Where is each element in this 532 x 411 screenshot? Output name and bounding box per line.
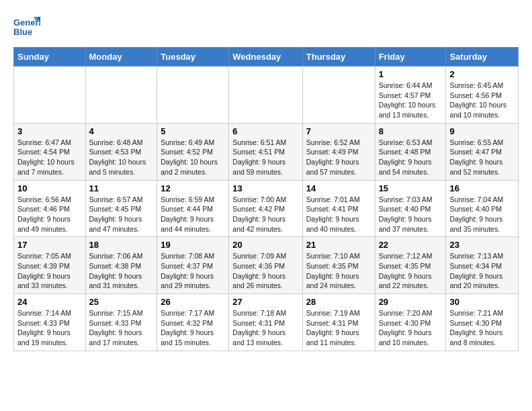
day-cell: 18Sunrise: 7:06 AM Sunset: 4:38 PM Dayli… — [85, 237, 157, 294]
day-cell: 6Sunrise: 6:51 AM Sunset: 4:51 PM Daylig… — [229, 123, 302, 180]
day-info: Sunrise: 6:57 AM Sunset: 4:45 PM Dayligh… — [89, 195, 154, 234]
day-info: Sunrise: 6:59 AM Sunset: 4:44 PM Dayligh… — [161, 195, 225, 234]
day-number: 4 — [89, 126, 154, 136]
calendar-body: 1Sunrise: 6:44 AM Sunset: 4:57 PM Daylig… — [14, 66, 519, 351]
day-info: Sunrise: 6:48 AM Sunset: 4:53 PM Dayligh… — [89, 138, 154, 177]
day-cell: 3Sunrise: 6:47 AM Sunset: 4:54 PM Daylig… — [14, 123, 86, 180]
day-cell: 12Sunrise: 6:59 AM Sunset: 4:44 PM Dayli… — [157, 180, 229, 237]
day-cell: 24Sunrise: 7:14 AM Sunset: 4:33 PM Dayli… — [14, 294, 86, 351]
week-row-5: 24Sunrise: 7:14 AM Sunset: 4:33 PM Dayli… — [14, 294, 519, 351]
day-number: 17 — [17, 240, 82, 250]
day-number: 23 — [449, 240, 515, 250]
day-info: Sunrise: 7:00 AM Sunset: 4:42 PM Dayligh… — [232, 195, 298, 234]
day-cell: 5Sunrise: 6:49 AM Sunset: 4:52 PM Daylig… — [157, 123, 229, 180]
day-cell: 20Sunrise: 7:09 AM Sunset: 4:36 PM Dayli… — [229, 237, 302, 294]
day-number: 2 — [449, 69, 515, 79]
logo: General Blue — [13, 13, 43, 40]
day-number: 11 — [89, 183, 154, 193]
header-cell-wednesday: Wednesday — [229, 48, 302, 66]
day-number: 20 — [232, 240, 298, 250]
day-info: Sunrise: 7:21 AM Sunset: 4:30 PM Dayligh… — [449, 308, 515, 348]
day-info: Sunrise: 7:12 AM Sunset: 4:35 PM Dayligh… — [379, 251, 443, 291]
day-number: 21 — [306, 240, 371, 250]
day-info: Sunrise: 7:03 AM Sunset: 4:40 PM Dayligh… — [379, 195, 443, 234]
header-cell-saturday: Saturday — [446, 48, 519, 66]
day-info: Sunrise: 6:47 AM Sunset: 4:54 PM Dayligh… — [17, 138, 82, 177]
header-cell-friday: Friday — [375, 48, 446, 66]
day-cell: 25Sunrise: 7:15 AM Sunset: 4:33 PM Dayli… — [85, 294, 157, 351]
day-cell — [229, 66, 302, 124]
day-cell: 28Sunrise: 7:19 AM Sunset: 4:31 PM Dayli… — [302, 294, 375, 351]
day-number: 25 — [89, 297, 154, 307]
day-number: 12 — [161, 183, 225, 193]
day-cell: 19Sunrise: 7:08 AM Sunset: 4:37 PM Dayli… — [157, 237, 229, 294]
day-cell: 30Sunrise: 7:21 AM Sunset: 4:30 PM Dayli… — [446, 294, 519, 351]
day-info: Sunrise: 6:51 AM Sunset: 4:51 PM Dayligh… — [232, 138, 298, 177]
day-info: Sunrise: 7:08 AM Sunset: 4:37 PM Dayligh… — [161, 251, 225, 291]
day-number: 13 — [232, 183, 298, 193]
day-cell — [85, 66, 157, 124]
day-number: 22 — [379, 240, 443, 250]
day-info: Sunrise: 7:04 AM Sunset: 4:40 PM Dayligh… — [449, 195, 515, 234]
day-info: Sunrise: 7:15 AM Sunset: 4:33 PM Dayligh… — [89, 308, 154, 348]
day-cell: 7Sunrise: 6:52 AM Sunset: 4:49 PM Daylig… — [302, 123, 375, 180]
week-row-1: 1Sunrise: 6:44 AM Sunset: 4:57 PM Daylig… — [14, 66, 519, 124]
week-row-2: 3Sunrise: 6:47 AM Sunset: 4:54 PM Daylig… — [14, 123, 519, 180]
day-cell: 29Sunrise: 7:20 AM Sunset: 4:30 PM Dayli… — [375, 294, 446, 351]
day-number: 19 — [161, 240, 225, 250]
day-cell: 4Sunrise: 6:48 AM Sunset: 4:53 PM Daylig… — [85, 123, 157, 180]
day-cell: 22Sunrise: 7:12 AM Sunset: 4:35 PM Dayli… — [375, 237, 446, 294]
day-number: 30 — [449, 297, 515, 307]
day-info: Sunrise: 6:56 AM Sunset: 4:46 PM Dayligh… — [17, 195, 82, 234]
day-cell: 21Sunrise: 7:10 AM Sunset: 4:35 PM Dayli… — [302, 237, 375, 294]
day-cell: 16Sunrise: 7:04 AM Sunset: 4:40 PM Dayli… — [446, 180, 519, 237]
day-number: 18 — [89, 240, 154, 250]
header-cell-sunday: Sunday — [14, 48, 86, 66]
day-number: 28 — [306, 297, 371, 307]
day-info: Sunrise: 6:44 AM Sunset: 4:57 PM Dayligh… — [379, 81, 443, 120]
day-number: 9 — [449, 126, 515, 136]
header-cell-monday: Monday — [85, 48, 157, 66]
day-cell: 10Sunrise: 6:56 AM Sunset: 4:46 PM Dayli… — [14, 180, 86, 237]
day-info: Sunrise: 6:49 AM Sunset: 4:52 PM Dayligh… — [161, 138, 225, 177]
day-cell: 1Sunrise: 6:44 AM Sunset: 4:57 PM Daylig… — [375, 66, 446, 124]
calendar-header-row: SundayMondayTuesdayWednesdayThursdayFrid… — [14, 48, 519, 66]
day-number: 26 — [161, 297, 225, 307]
day-cell: 14Sunrise: 7:01 AM Sunset: 4:41 PM Dayli… — [302, 180, 375, 237]
day-cell: 17Sunrise: 7:05 AM Sunset: 4:39 PM Dayli… — [14, 237, 86, 294]
week-row-4: 17Sunrise: 7:05 AM Sunset: 4:39 PM Dayli… — [14, 237, 519, 294]
day-cell: 26Sunrise: 7:17 AM Sunset: 4:32 PM Dayli… — [157, 294, 229, 351]
week-row-3: 10Sunrise: 6:56 AM Sunset: 4:46 PM Dayli… — [14, 180, 519, 237]
day-number: 29 — [379, 297, 443, 307]
svg-text:Blue: Blue — [13, 27, 32, 37]
day-info: Sunrise: 7:06 AM Sunset: 4:38 PM Dayligh… — [89, 251, 154, 291]
day-info: Sunrise: 7:19 AM Sunset: 4:31 PM Dayligh… — [306, 308, 371, 348]
day-cell: 2Sunrise: 6:45 AM Sunset: 4:56 PM Daylig… — [446, 66, 519, 124]
day-info: Sunrise: 6:53 AM Sunset: 4:48 PM Dayligh… — [379, 138, 443, 177]
day-info: Sunrise: 7:05 AM Sunset: 4:39 PM Dayligh… — [17, 251, 82, 291]
day-number: 27 — [232, 297, 298, 307]
day-cell — [14, 66, 86, 124]
day-info: Sunrise: 6:45 AM Sunset: 4:56 PM Dayligh… — [449, 81, 515, 120]
day-number: 10 — [17, 183, 82, 193]
day-number: 24 — [17, 297, 82, 307]
day-cell: 27Sunrise: 7:18 AM Sunset: 4:31 PM Dayli… — [229, 294, 302, 351]
day-number: 5 — [161, 126, 225, 136]
day-number: 1 — [379, 69, 443, 79]
day-info: Sunrise: 7:14 AM Sunset: 4:33 PM Dayligh… — [17, 308, 82, 348]
page-header: General Blue — [13, 13, 519, 40]
day-cell: 9Sunrise: 6:55 AM Sunset: 4:47 PM Daylig… — [446, 123, 519, 180]
day-info: Sunrise: 7:17 AM Sunset: 4:32 PM Dayligh… — [161, 308, 225, 348]
calendar-table: SundayMondayTuesdayWednesdayThursdayFrid… — [13, 47, 519, 351]
day-info: Sunrise: 6:52 AM Sunset: 4:49 PM Dayligh… — [306, 138, 371, 177]
day-cell: 11Sunrise: 6:57 AM Sunset: 4:45 PM Dayli… — [85, 180, 157, 237]
day-info: Sunrise: 7:20 AM Sunset: 4:30 PM Dayligh… — [379, 308, 443, 348]
day-info: Sunrise: 7:13 AM Sunset: 4:34 PM Dayligh… — [449, 251, 515, 291]
day-cell — [302, 66, 375, 124]
day-cell: 8Sunrise: 6:53 AM Sunset: 4:48 PM Daylig… — [375, 123, 446, 180]
day-number: 15 — [379, 183, 443, 193]
header-cell-tuesday: Tuesday — [157, 48, 229, 66]
day-info: Sunrise: 7:09 AM Sunset: 4:36 PM Dayligh… — [232, 251, 298, 291]
day-number: 6 — [232, 126, 298, 136]
day-cell — [157, 66, 229, 124]
